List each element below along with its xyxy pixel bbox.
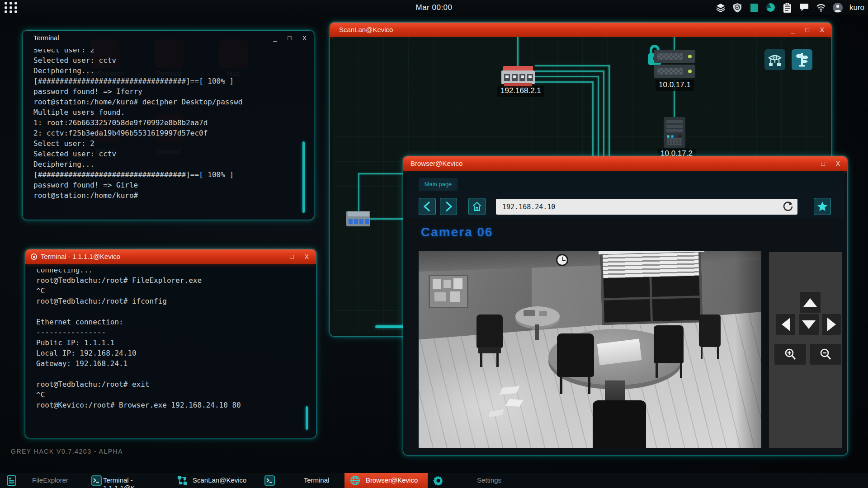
close-button[interactable]: X	[820, 23, 824, 37]
browser-titlebar[interactable]: Browser@Kevico _ □ X	[403, 156, 847, 171]
task-terminal[interactable]: Terminal	[289, 476, 344, 484]
memory-icon[interactable]	[749, 3, 759, 13]
minimize-button[interactable]: _	[807, 156, 810, 171]
home-button[interactable]	[468, 198, 486, 215]
taskbar: FileExplorer Terminal - 1.1.1.1@K... Sca…	[0, 473, 868, 488]
scene-corner-shade	[735, 251, 761, 448]
terminal-icon[interactable]	[264, 475, 275, 486]
scan-tool-button[interactable]	[764, 49, 785, 70]
chat-icon[interactable]	[799, 3, 809, 13]
terminal-line: password found! => Girle	[33, 180, 307, 190]
browser-tab-main-page[interactable]: Main page	[419, 178, 458, 191]
terminal-line	[36, 369, 310, 379]
close-button[interactable]: X	[302, 31, 307, 45]
address-bar-input[interactable]	[496, 199, 797, 215]
close-button[interactable]: X	[305, 249, 309, 264]
shield-check-icon[interactable]	[732, 3, 742, 13]
minimize-button[interactable]: _	[275, 249, 279, 264]
map-horizontal-scrollbar[interactable]	[375, 325, 404, 328]
gear-icon[interactable]	[433, 475, 443, 486]
forward-arrow-icon	[443, 201, 453, 212]
terminal-line: [##################################]==[ …	[33, 76, 307, 86]
terminal-output[interactable]: Select user: 2Selected user: cctvDeciphe…	[33, 49, 307, 213]
user-avatar[interactable]	[833, 3, 843, 13]
scanlan-titlebar[interactable]: ScanLan@Kevico _ □ X	[330, 23, 831, 37]
camera-up-button[interactable]	[800, 292, 821, 313]
maximize-button[interactable]: □	[290, 249, 293, 264]
remote-terminal-window: Terminal - 1.1.1.1@Kevico _ □ X connecti…	[25, 249, 316, 438]
clipboard-icon[interactable]	[783, 3, 793, 13]
terminal-scrollbar[interactable]	[302, 141, 305, 213]
minimize-button[interactable]: _	[273, 31, 277, 45]
terminal-titlebar[interactable]: Terminal _ □ X	[23, 31, 314, 45]
home-icon	[472, 201, 482, 212]
forward-button[interactable]	[440, 198, 457, 215]
bookmark-button[interactable]	[814, 198, 831, 215]
refresh-icon[interactable]	[782, 201, 794, 212]
router-node[interactable]	[501, 66, 535, 88]
browser-toolbar	[407, 191, 844, 218]
terminal-output[interactable]: connecting...root@Tedblachu:/root# FileE…	[36, 269, 310, 432]
layers-icon[interactable]	[716, 3, 726, 13]
network-link-line	[535, 81, 594, 83]
terminal-line: [##################################]==[ …	[33, 169, 307, 180]
scene-side-table-leg	[535, 324, 539, 340]
eye-network-icon	[767, 52, 783, 67]
terminal-line: Deciphering...	[33, 159, 307, 169]
route-tool-button[interactable]	[792, 49, 812, 70]
scanlan-title: ScanLan@Kevico	[339, 26, 393, 33]
task-scanlan[interactable]: ScanLan@Kevico	[193, 476, 254, 484]
terminal-line: ----------------	[36, 327, 310, 338]
cctv-camera-view	[419, 251, 761, 448]
task-terminal-remote[interactable]: Terminal - 1.1.1.1@K...	[103, 476, 172, 488]
maximize-button[interactable]: □	[805, 23, 809, 37]
scene-chair-leg	[656, 362, 658, 378]
terminal-line	[36, 306, 310, 317]
scene-chair	[654, 325, 684, 363]
scene-chair	[557, 333, 594, 377]
scene-chair-seat	[478, 347, 501, 353]
maximize-button[interactable]: □	[821, 156, 825, 171]
terminal-line: Public IP: 1.1.1.1	[36, 338, 310, 348]
browser-title: Browser@Kevico	[410, 160, 462, 167]
cpu-pie-icon[interactable]	[766, 3, 776, 13]
scanlan-icon[interactable]	[177, 475, 188, 486]
close-button[interactable]: X	[836, 156, 840, 171]
network-link-line	[517, 37, 519, 68]
switch-node[interactable]	[346, 211, 370, 226]
terminal-line: Gateway: 192.168.24.1	[36, 358, 310, 369]
username-label[interactable]: kuro	[849, 3, 864, 12]
camera-zoom-in-button[interactable]	[774, 344, 806, 365]
file-explorer-icon[interactable]	[6, 475, 17, 486]
terminal-scrollbar[interactable]	[306, 406, 308, 430]
computer-node[interactable]	[664, 117, 685, 148]
terminal-icon[interactable]	[91, 475, 102, 486]
camera-right-button[interactable]	[822, 314, 841, 335]
terminal-line: Select user: 2	[33, 138, 307, 149]
remote-terminal-title: Terminal - 1.1.1.1@Kevico	[41, 253, 120, 260]
back-button[interactable]	[419, 198, 436, 215]
network-link-line	[370, 218, 406, 220]
network-link-line	[535, 70, 604, 72]
terminal-line: 1: root:26b6633257058de9f70992e8b8b2aa7d	[33, 117, 307, 128]
game-version-text: GREY HACK V0.7.4203 - ALPHA	[11, 448, 123, 455]
maximize-button[interactable]: □	[288, 31, 291, 45]
camera-zoom-out-button[interactable]	[810, 344, 841, 365]
terminal-line: password found! => Iferry	[33, 86, 307, 97]
camera-down-button[interactable]	[799, 314, 819, 335]
task-fileexplorer[interactable]: FileExplorer	[27, 476, 73, 484]
server-node[interactable]	[654, 50, 695, 63]
right-arrow-icon	[827, 318, 836, 331]
task-browser-active[interactable]: Browser@Kevico	[344, 473, 428, 488]
browser-tabstrip: Main page	[407, 171, 844, 191]
remote-terminal-titlebar[interactable]: Terminal - 1.1.1.1@Kevico _ □ X	[25, 249, 316, 264]
minimize-button[interactable]: _	[791, 23, 794, 37]
server-node[interactable]	[654, 65, 695, 78]
terminal-line: root@Kevico:/root# Browser.exe 192.168.2…	[36, 400, 310, 410]
task-settings[interactable]: Settings	[462, 476, 516, 484]
wifi-icon[interactable]	[816, 3, 826, 13]
star-icon	[816, 201, 828, 212]
node-ip-label: 192.168.2.1	[497, 86, 544, 97]
camera-left-button[interactable]	[776, 314, 795, 335]
terminal-line: Multiple users found.	[33, 107, 307, 117]
